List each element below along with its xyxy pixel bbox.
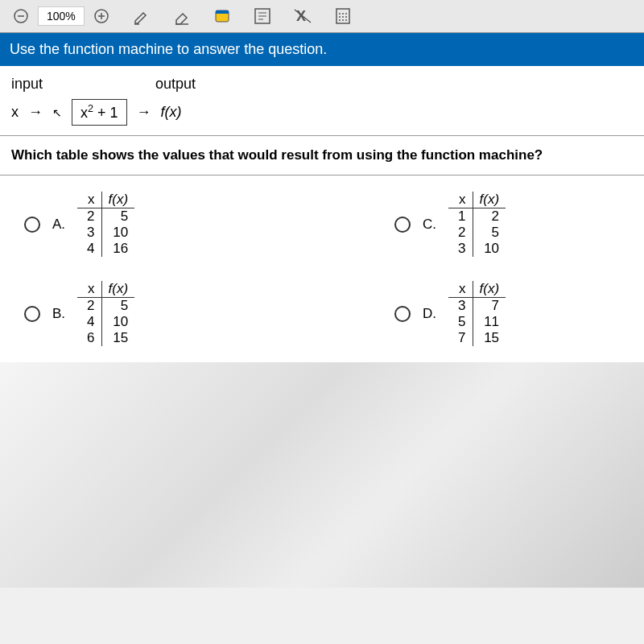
input-label: input bbox=[11, 76, 43, 93]
table-b: xf(x) 25 410 615 bbox=[77, 281, 134, 346]
arrow-icon: → bbox=[137, 104, 151, 121]
choice-b-label: B. bbox=[52, 306, 65, 322]
instruction-bar: Use the function machine to answer the q… bbox=[0, 33, 644, 66]
machine-rule: x2 + 1 bbox=[72, 99, 127, 126]
machine-fx: f(x) bbox=[161, 104, 182, 121]
arrow-icon: → bbox=[28, 104, 43, 121]
zoom-in-icon[interactable] bbox=[89, 5, 114, 27]
question-text: Which table shows the values that would … bbox=[0, 136, 644, 175]
svg-point-16 bbox=[339, 13, 341, 14]
cursor-icon: ↖ bbox=[52, 106, 62, 119]
svg-point-18 bbox=[345, 13, 347, 14]
toolbar: 100% X bbox=[0, 0, 644, 33]
choice-d[interactable]: D. xf(x) 37 511 715 bbox=[394, 281, 620, 346]
svg-point-17 bbox=[342, 13, 344, 14]
list-icon[interactable] bbox=[250, 5, 275, 27]
output-label: output bbox=[155, 76, 196, 93]
svg-point-19 bbox=[339, 16, 341, 18]
eraser-icon[interactable] bbox=[169, 5, 195, 27]
svg-point-24 bbox=[345, 19, 347, 21]
svg-point-23 bbox=[342, 19, 344, 21]
svg-point-21 bbox=[345, 16, 347, 18]
choice-a[interactable]: A. xf(x) 25 310 416 bbox=[24, 192, 250, 257]
radio-d[interactable] bbox=[394, 306, 411, 322]
table-a: xf(x) 25 310 416 bbox=[77, 192, 134, 257]
choice-c-label: C. bbox=[423, 217, 436, 233]
radio-c[interactable] bbox=[394, 217, 411, 233]
svg-point-22 bbox=[339, 19, 341, 21]
table-d: xf(x) 37 511 715 bbox=[448, 281, 506, 346]
svg-text:X: X bbox=[296, 8, 306, 24]
zoom-out-icon[interactable] bbox=[8, 5, 34, 27]
svg-point-20 bbox=[342, 16, 344, 18]
machine-x: x bbox=[11, 104, 19, 121]
background-area bbox=[0, 362, 644, 588]
svg-rect-8 bbox=[216, 10, 229, 14]
strikethrough-icon[interactable]: X bbox=[290, 5, 316, 27]
function-machine: input output x → ↖ x2 + 1 → f(x) bbox=[0, 66, 644, 136]
zoom-level: 100% bbox=[38, 6, 85, 26]
radio-a[interactable] bbox=[24, 217, 40, 233]
calculator-icon[interactable] bbox=[330, 5, 356, 27]
choice-a-label: A. bbox=[52, 217, 65, 233]
choice-d-label: D. bbox=[423, 306, 436, 322]
highlighter-icon[interactable] bbox=[129, 5, 155, 27]
choice-b[interactable]: B. xf(x) 25 410 615 bbox=[24, 281, 250, 346]
notes-icon[interactable] bbox=[209, 5, 235, 27]
choices-grid: A. xf(x) 25 310 416 C. xf(x) 12 25 310 B… bbox=[0, 175, 644, 362]
zoom-group: 100% bbox=[8, 5, 114, 27]
choice-c[interactable]: C. xf(x) 12 25 310 bbox=[394, 192, 620, 257]
table-c: xf(x) 12 25 310 bbox=[448, 192, 506, 257]
radio-b[interactable] bbox=[24, 306, 40, 322]
